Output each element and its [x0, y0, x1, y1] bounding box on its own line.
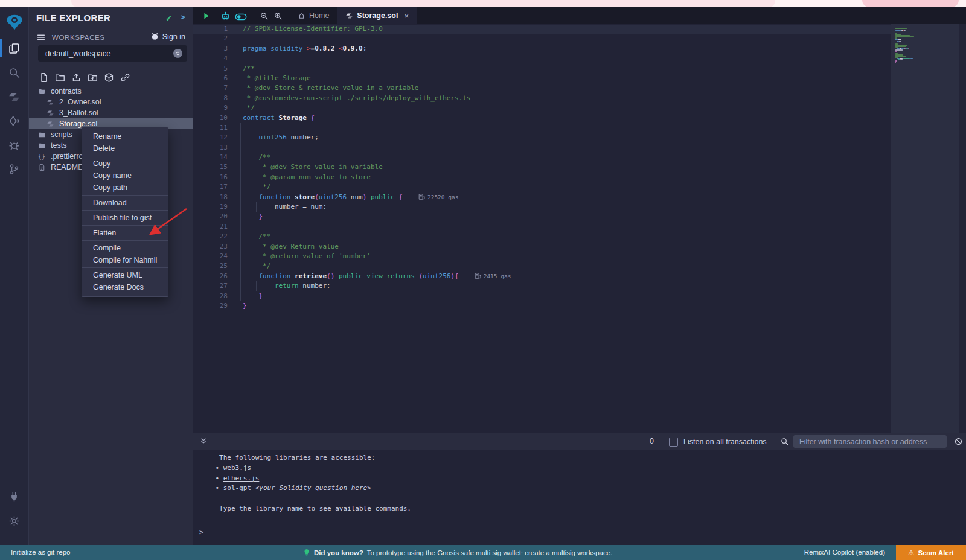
code-line-15[interactable]: * @dev Store value in variable [243, 163, 511, 173]
code-line-11[interactable] [243, 124, 511, 133]
sign-in-button[interactable]: Sign in [150, 32, 185, 41]
ai-copilot-robot-icon[interactable] [220, 10, 231, 22]
code-line-10[interactable]: contract Storage { [243, 114, 511, 124]
tab-label: Home [309, 11, 329, 20]
context-menu-item-compile-for-nahmii[interactable]: Compile for Nahmii [82, 254, 168, 266]
line-number: 18 [193, 193, 228, 203]
workspace-select[interactable]: default_workspace [38, 45, 187, 62]
code-line-19[interactable]: number = num; [243, 203, 511, 212]
context-menu-item-generate-docs[interactable]: Generate Docs [82, 281, 168, 293]
terminal-link-ethers.js[interactable]: ethers.js [223, 474, 260, 482]
close-tab-icon[interactable]: × [404, 11, 409, 21]
context-menu-item-delete[interactable]: Delete [82, 142, 168, 154]
line-number: 10 [193, 114, 228, 124]
minimap[interactable] [891, 24, 959, 433]
code-line-17[interactable]: */ [243, 183, 511, 192]
browser-chrome-pill [862, 0, 959, 7]
copilot-toggle-switch[interactable] [234, 10, 248, 21]
code-line-20[interactable]: } [243, 212, 511, 222]
solidity-icon [46, 98, 54, 106]
context-menu-item-copy-path[interactable]: Copy path [82, 182, 168, 194]
code-line-3[interactable]: pragma solidity >=0.8.2 <0.9.0; [243, 45, 511, 54]
tab-home[interactable]: Home [290, 7, 337, 24]
listen-transactions-checkbox[interactable] [669, 438, 678, 447]
tab-storage-sol[interactable]: Storage.sol × [337, 7, 417, 24]
github-icon [150, 32, 159, 41]
terminal-link-web3.js[interactable]: web3.js [223, 464, 251, 472]
code-line-25[interactable]: */ [243, 262, 511, 272]
code-line-24[interactable]: * @return value of 'number' [243, 252, 511, 262]
tree-item-3-ballot-sol[interactable]: 3_Ballot.sol [29, 107, 193, 118]
context-menu-item-rename[interactable]: Rename [82, 130, 168, 142]
scam-alert-button[interactable]: ⚠ Scam Alert [896, 545, 966, 560]
chevron-right-icon[interactable]: > [181, 13, 185, 22]
code-line-14[interactable]: /** [243, 153, 511, 163]
code-line-6[interactable]: * @title Storage [243, 74, 511, 84]
search-icon[interactable] [0, 60, 28, 84]
check-icon[interactable]: ✓ [165, 13, 173, 23]
new-folder-icon[interactable] [54, 72, 66, 83]
solidity-icon [46, 119, 54, 128]
plugin-manager-icon[interactable] [0, 485, 28, 509]
code-line-16[interactable]: * @param num value to store [243, 173, 511, 183]
cube-icon[interactable] [103, 72, 115, 83]
expand-terminal-icon[interactable] [199, 437, 208, 445]
upload-file-icon[interactable] [71, 72, 82, 83]
git-icon[interactable] [0, 157, 28, 181]
code-line-12[interactable]: uint256 number; [243, 133, 511, 143]
zoom-in-icon[interactable] [273, 11, 283, 21]
settings-icon[interactable] [0, 509, 28, 533]
line-number: 27 [193, 282, 228, 291]
init-git-repo-button[interactable]: Initialize as git repo [11, 549, 70, 556]
tree-item-contracts[interactable]: contracts [29, 86, 193, 97]
code-line-28[interactable]: } [243, 292, 511, 302]
code-line-18[interactable]: function store(uint256 num) public {2252… [243, 193, 511, 203]
editor-scrollbar[interactable] [959, 24, 966, 433]
tree-item-label: 3_Ballot.sol [59, 109, 98, 117]
line-number: 13 [193, 144, 228, 153]
code-line-5[interactable]: /** [243, 65, 511, 74]
code-line-26[interactable]: function retrieve() public view returns … [243, 272, 511, 282]
remix-logo-icon[interactable] [0, 7, 28, 36]
terminal-output-area[interactable]: The following libraries are accessible: … [193, 450, 966, 545]
workspace-select-arrows-icon[interactable] [173, 49, 182, 58]
status-bar: Initialize as git repo Did you know? To … [0, 545, 966, 560]
code-line-27[interactable]: return number; [243, 282, 511, 291]
code-line-23[interactable]: * @dev Return value [243, 243, 511, 252]
code-line-2[interactable] [243, 34, 511, 44]
hamburger-menu-icon[interactable] [36, 33, 46, 42]
new-file-icon[interactable] [38, 72, 50, 83]
clear-console-icon[interactable] [954, 437, 963, 446]
transaction-filter-input[interactable] [793, 435, 947, 448]
code-line-9[interactable]: */ [243, 104, 511, 113]
context-menu-item-compile[interactable]: Compile [82, 242, 168, 254]
deploy-run-icon[interactable] [0, 109, 28, 133]
code-line-4[interactable] [243, 54, 511, 64]
zoom-out-icon[interactable] [260, 11, 269, 21]
annotation-arrow [142, 204, 193, 241]
code-content[interactable]: // SPDX-License-Identifier: GPL-3.0pragm… [243, 25, 511, 311]
line-number: 1 [193, 25, 228, 34]
code-line-1[interactable]: // SPDX-License-Identifier: GPL-3.0 [243, 25, 511, 34]
debugger-icon[interactable] [0, 133, 28, 157]
code-line-21[interactable] [243, 223, 511, 232]
context-menu-item-copy-name[interactable]: Copy name [82, 170, 168, 182]
terminal-line: • web3.js [193, 464, 966, 474]
code-line-13[interactable] [243, 144, 511, 153]
tree-item-2-owner-sol[interactable]: 2_Owner.sol [29, 97, 193, 107]
run-script-button[interactable] [202, 11, 211, 21]
link-icon[interactable] [120, 72, 131, 83]
file-explorer-icon[interactable] [0, 36, 28, 60]
solidity-compiler-icon[interactable] [0, 84, 28, 109]
copilot-status[interactable]: RemixAI Copilot (enabled) [804, 549, 885, 556]
code-line-8[interactable]: * @custom:dev-run-script ./scripts/deplo… [243, 94, 511, 104]
upload-folder-icon[interactable] [87, 72, 98, 83]
code-line-29[interactable]: } [243, 302, 511, 311]
terminal-prompt[interactable]: > [199, 528, 203, 536]
activity-bar [0, 7, 29, 545]
context-menu-item-copy[interactable]: Copy [82, 158, 168, 170]
context-menu-item-generate-uml[interactable]: Generate UML [82, 269, 168, 281]
code-line-7[interactable]: * @dev Store & retrieve value in a varia… [243, 84, 511, 94]
line-number: 29 [193, 302, 228, 311]
code-line-22[interactable]: /** [243, 232, 511, 242]
